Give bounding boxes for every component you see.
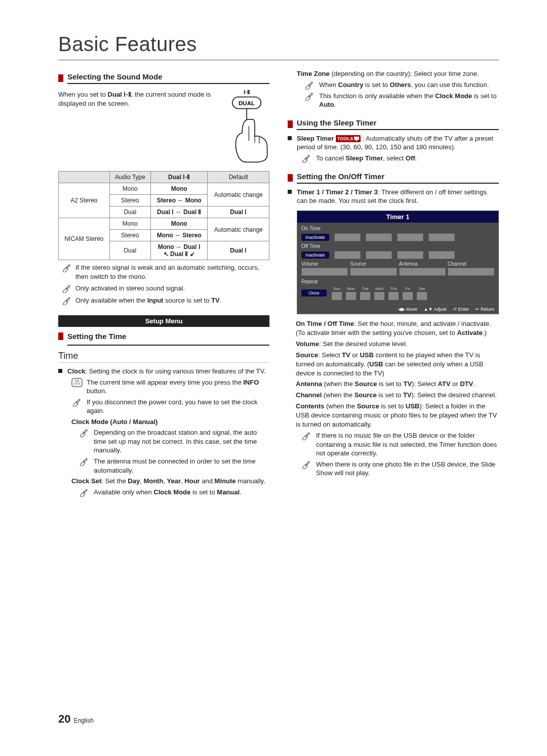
text-bold: Day: [128, 477, 140, 485]
text: Only available when the: [75, 297, 147, 304]
text-bold: Hour: [184, 477, 200, 485]
note-cancel-sleep: To cancel Sleep Timer, select Off.: [301, 154, 499, 163]
text-bold: Country: [338, 81, 364, 89]
th-blank: [59, 172, 110, 183]
text-bold: TV: [211, 297, 220, 304]
divider: [67, 345, 269, 346]
text-bold: Clock Mode: [153, 488, 190, 496]
note-input-tv: Only available when the Input source is …: [62, 296, 269, 305]
text: manually.: [236, 477, 265, 485]
bullet-clock: Clock: Setting the clock is for using va…: [58, 367, 269, 376]
text: or: [450, 380, 460, 388]
writing-hand-icon: [62, 284, 71, 293]
cell-a2-stereo: A2 Stereo: [59, 183, 110, 218]
text: : Select: [318, 351, 342, 359]
para-volume: Volume: Set the desired volume level.: [288, 340, 499, 349]
text-bold: Antenna: [296, 380, 322, 388]
heading-sleep-timer: Using the Sleep Timer: [297, 118, 499, 130]
text: To cancel: [316, 154, 346, 162]
cell: Automatic change: [208, 183, 269, 206]
th-audio-type: Audio Type: [109, 172, 150, 183]
time-heading: Time: [58, 351, 269, 363]
time-zone-line: Time Zone (depending on the country): Se…: [297, 69, 499, 78]
section-selecting-sound-mode: Selecting the Sound Mode: [58, 72, 269, 84]
text: (depending on the country): Select your …: [330, 70, 479, 77]
text-bold: DTV: [460, 380, 473, 388]
text: The antenna must be connected in order t…: [94, 457, 269, 475]
osd-return-hint: ↩ Return: [475, 307, 494, 312]
cell: Dual: [109, 206, 150, 218]
osd-offtime-value: Inactivate: [301, 251, 329, 259]
osd-field: [301, 268, 348, 276]
osd-day-fri: Fri: [403, 286, 413, 300]
note-antenna-connected: The antenna must be connected in order t…: [79, 457, 269, 475]
osd-move-hint: ◀▶ Move: [398, 307, 418, 312]
osd-field: [334, 251, 361, 259]
text-bold: Others: [389, 81, 411, 89]
osd-ontime-value: Inactivate: [301, 234, 329, 241]
text: If there is no music file on the USB dev…: [316, 431, 499, 458]
osd-field: [366, 251, 392, 259]
heading-selecting-sound-mode: Selecting the Sound Mode: [67, 72, 269, 84]
cell-bold: Mono: [171, 220, 187, 227]
writing-hand-icon: [304, 80, 315, 90]
svg-point-7: [74, 383, 75, 384]
text: (when the: [322, 380, 355, 388]
text-bold: Year: [167, 477, 181, 485]
writing-hand-icon: [62, 296, 71, 305]
text-bold: Minute: [215, 477, 236, 485]
osd-field: [397, 251, 423, 259]
text: .: [415, 154, 417, 162]
osd-channel-label: Channel: [448, 261, 494, 267]
sound-mode-intro: When you set to Dual Ⅰ-Ⅱ, the current so…: [58, 90, 216, 108]
note-text: Only activated in stereo sound signal.: [75, 284, 269, 293]
para-source: Source: Select TV or USB content to be p…: [288, 351, 499, 378]
text-bold: USB: [406, 402, 419, 410]
th-default: Default: [208, 172, 269, 183]
osd-ontime-label: On Time: [301, 226, 494, 231]
osd-title: Timer 1: [297, 211, 498, 223]
dual-label-icon: Ⅰ·Ⅱ: [244, 89, 249, 95]
text: Thu: [390, 286, 397, 291]
osd-field: [448, 268, 494, 276]
text: Mon: [347, 286, 355, 291]
osd-day-wed: Wed: [374, 286, 384, 300]
text-bold: Input: [147, 297, 164, 304]
writing-hand-icon: [79, 488, 90, 497]
text: .: [334, 101, 336, 108]
osd-antenna-label: Antenna: [399, 261, 446, 267]
section-setting-time: Setting the Time: [58, 332, 269, 341]
osd-field: [350, 268, 397, 276]
text: is set to: [377, 391, 403, 399]
osd-field: [397, 233, 423, 241]
note-clockmode-auto: This function is only available when the…: [304, 92, 499, 109]
tools-badge-icon: TOOLS: [336, 135, 361, 142]
cell-bold: ↖ Dual Ⅱ ↙: [164, 250, 195, 258]
note-text: Only available when the Input source is …: [75, 296, 269, 305]
osd-field: [366, 233, 392, 241]
text: (when the: [322, 391, 354, 399]
text: is set to: [190, 488, 217, 496]
heading-onoff-timer: Setting the On/Off Timer: [297, 172, 499, 184]
para-contents: Contents (when the Source is set to USB)…: [288, 402, 499, 429]
osd-enter-hint: ⏎ Enter: [453, 307, 469, 312]
text-bold: Source: [357, 402, 379, 410]
red-bar-icon: [58, 74, 63, 82]
text-bold: TV: [403, 380, 412, 388]
text: or: [350, 351, 360, 359]
text: .): [483, 329, 487, 337]
text-bold: Dual Ⅰ-Ⅱ: [108, 91, 131, 98]
writing-hand-icon: [301, 154, 312, 163]
note-no-music-file: If there is no music file on the USB dev…: [301, 431, 499, 458]
text-bold: Off: [406, 154, 415, 162]
svg-point-9: [79, 383, 80, 384]
note-stereo-weak: If the stereo signal is weak and an auto…: [62, 263, 269, 281]
para-antenna: Antenna (when the Source is set to TV): …: [288, 380, 499, 389]
text: Tue: [362, 286, 369, 291]
text: When: [319, 81, 338, 89]
text-bold: Manual: [217, 488, 240, 496]
osd-day-sat: Sat: [417, 286, 427, 300]
text-bold: Source: [355, 380, 377, 388]
cell: Mono: [109, 218, 150, 230]
text: and: [200, 477, 215, 485]
